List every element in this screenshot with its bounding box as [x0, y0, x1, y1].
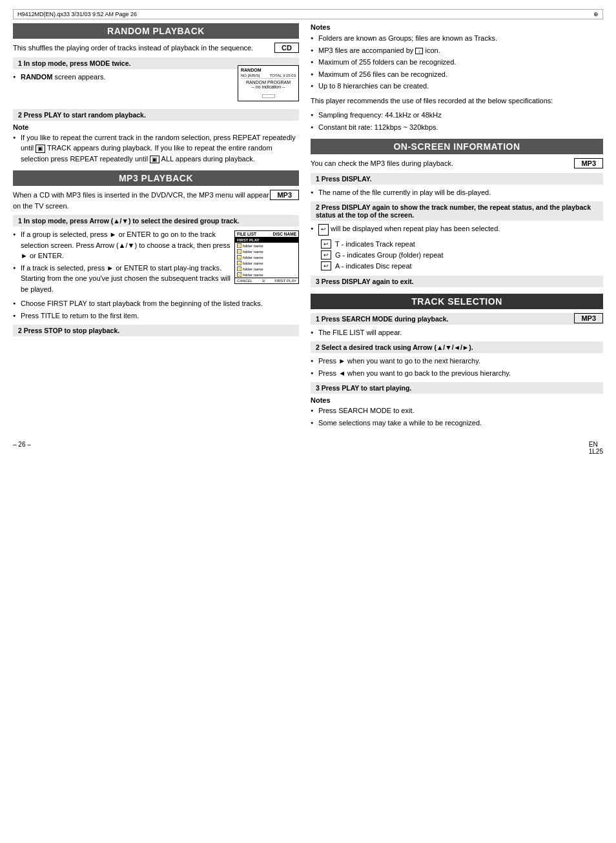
note-1: Folders are known as Groups; files are k… — [311, 33, 603, 44]
notes-title: Notes — [311, 23, 603, 31]
mp3-step1-content: FILE LIST DISC NAME FIRST PLAY 📁folder n… — [13, 229, 299, 298]
top-bar: H9412MD(EN).qx33 3/31/03 9:52 AM Page 26… — [13, 9, 603, 19]
mp3-playback-section: MP3 PLAYBACK MP3 When a CD with MP3 file… — [13, 170, 299, 336]
random-intro: This shuffles the playing order of track… — [13, 43, 299, 54]
note-2: MP3 files are accompanied by ♪ icon. — [311, 45, 603, 56]
random-step2: 2 Press PLAY to start random playback. — [13, 109, 299, 121]
onscreen-section: ON-SCREEN INFORMATION MP3 You can check … — [311, 139, 603, 287]
random-notes: If you like to repeat the current track … — [13, 132, 299, 165]
note-6: Sampling frequency: 44.1kHz or 48kHz — [311, 110, 603, 121]
notes-bullets: Folders are known as Groups; files are k… — [311, 33, 603, 92]
track-selection-header: TRACK SELECTION — [311, 294, 603, 309]
note-7: Constant bit rate: 112kbps ~ 320kbps. — [311, 122, 603, 133]
bullet-random-screen: RANDOM screen appears. — [13, 72, 299, 83]
onscreen-intro: You can check the MP3 files during playb… — [311, 158, 603, 169]
repeat-label-A: A - indicates Disc repeat — [335, 262, 412, 270]
repeat-label-T: T - indicates Track repeat — [335, 240, 415, 248]
track-bullet-1: The FILE LIST will appear. — [311, 327, 603, 338]
mp3-step1-bullets-2: Choose FIRST PLAY to start playback from… — [13, 298, 299, 321]
repeat-icon-G: ↩ — [321, 250, 331, 259]
random-screen-mockup: RANDOM NO [A/B/S] TOTAL 3:15:03 RANDOM P… — [238, 65, 299, 101]
track-notes-bullets: Press SEARCH MODE to exit. Some selectio… — [311, 405, 603, 428]
top-bar-text: H9412MD(EN).qx33 3/31/03 9:52 AM Page 26 — [17, 11, 137, 17]
repeat-label-G: G - indicates Group (folder) repeat — [335, 251, 444, 259]
top-bar-crosshair: ⊕ — [593, 11, 599, 17]
repeat-icon-T: ↩ — [321, 239, 331, 249]
onscreen-bullet-2: ↩ will be displayed when repeat play has… — [311, 223, 603, 236]
track-bullet-3: Press ◄ when you want to go back to the … — [311, 368, 603, 379]
repeat-icon: ↩ — [318, 224, 329, 236]
mp3-step1: 1 In stop mode, press Arrow (▲/▼) to sel… — [13, 215, 299, 227]
track-step2: 2 Select a desired track using Arrow (▲/… — [311, 341, 603, 353]
right-column: Notes Folders are known as Groups; files… — [308, 23, 603, 432]
note-3: Maximum of 255 folders can be recognized… — [311, 57, 603, 68]
random-note-label: Note — [13, 123, 299, 131]
mp3-intro: When a CD with MP3 files is inserted in … — [13, 190, 299, 211]
mp3-bullet-3: Choose FIRST PLAY to start playback from… — [13, 298, 299, 309]
notes-rec-text: This player recommends the use of files … — [311, 96, 603, 107]
music-icon: ♪ — [415, 48, 423, 54]
footer-page-num: – 26 – — [13, 441, 31, 455]
random-playback-header: RANDOM PLAYBACK — [13, 23, 299, 39]
track-step1: 1 Press SEARCH MODE during playback. — [311, 313, 603, 325]
track-note-1: Press SEARCH MODE to exit. — [311, 405, 603, 416]
notes-section: Notes Folders are known as Groups; files… — [311, 23, 603, 132]
mp3-playback-header: MP3 PLAYBACK — [13, 170, 299, 186]
track-notes-label: Notes — [311, 396, 603, 404]
onscreen-header: ON-SCREEN INFORMATION — [311, 139, 603, 154]
page-footer: – 26 – EN1L25 — [0, 438, 616, 455]
left-column: RANDOM PLAYBACK CD This shuffles the pla… — [13, 23, 308, 432]
random-note-1: If you like to repeat the current track … — [13, 132, 299, 165]
random-step1-bullets: RANDOM screen appears. — [13, 72, 299, 83]
repeat-row-A: ↩ A - indicates Disc repeat — [321, 261, 603, 270]
onscreen-bullet-1: The name of the file currently in play w… — [311, 187, 603, 198]
mp3-bullet-1: If a group is selected, press ► or ENTER… — [13, 229, 299, 261]
random-playback-section: RANDOM PLAYBACK CD This shuffles the pla… — [13, 23, 299, 164]
track-selection-section: TRACK SELECTION MP3 1 Press SEARCH MODE … — [311, 294, 603, 429]
repeat-row-T: ↩ T - indicates Track repeat — [321, 239, 603, 249]
track-step3: 3 Press PLAY to start playing. — [311, 382, 603, 394]
random-step1-content: RANDOM NO [A/B/S] TOTAL 3:15:03 RANDOM P… — [13, 72, 299, 105]
onscreen-step2: 2 Press DISPLAY again to show the track … — [311, 201, 603, 221]
mp3-bullet-4: Press TITLE to return to the first item. — [13, 310, 299, 321]
track-step1-bullets: The FILE LIST will appear. — [311, 327, 603, 338]
mp3-badge-onscreen: MP3 — [574, 158, 603, 168]
onscreen-step1-bullets: The name of the file currently in play w… — [311, 187, 603, 198]
notes-specs: Sampling frequency: 44.1kHz or 48kHz Con… — [311, 110, 603, 132]
main-columns: RANDOM PLAYBACK CD This shuffles the pla… — [0, 23, 616, 432]
track-step2-bullets: Press ► when you want to go to the next … — [311, 356, 603, 378]
track-note-2: Some selections may take a while to be r… — [311, 418, 603, 429]
repeat-row-G: ↩ G - indicates Group (folder) repeat — [321, 250, 603, 259]
footer-code: EN1L25 — [589, 441, 603, 455]
mp3-badge-left: MP3 — [270, 190, 299, 200]
page-wrapper: H9412MD(EN).qx33 3/31/03 9:52 AM Page 26… — [0, 0, 616, 843]
note-4: Maximum of 256 files can be recognized. — [311, 69, 603, 80]
onscreen-step1: 1 Press DISPLAY. — [311, 173, 603, 185]
repeat-icon-A: ↩ — [321, 261, 331, 270]
track-bullet-2: Press ► when you want to go to the next … — [311, 356, 603, 367]
mp3-bullet-2: If a track is selected, press ► or ENTER… — [13, 263, 299, 295]
mp3-badge-track: MP3 — [574, 313, 603, 323]
cd-badge: CD — [274, 43, 299, 53]
mp3-step2: 2 Press STOP to stop playback. — [13, 325, 299, 336]
onscreen-step3: 3 Press DISPLAY again to exit. — [311, 276, 603, 287]
onscreen-step2-bullets: ↩ will be displayed when repeat play has… — [311, 223, 603, 236]
note-5: Up to 8 hierarchies can be created. — [311, 81, 603, 92]
